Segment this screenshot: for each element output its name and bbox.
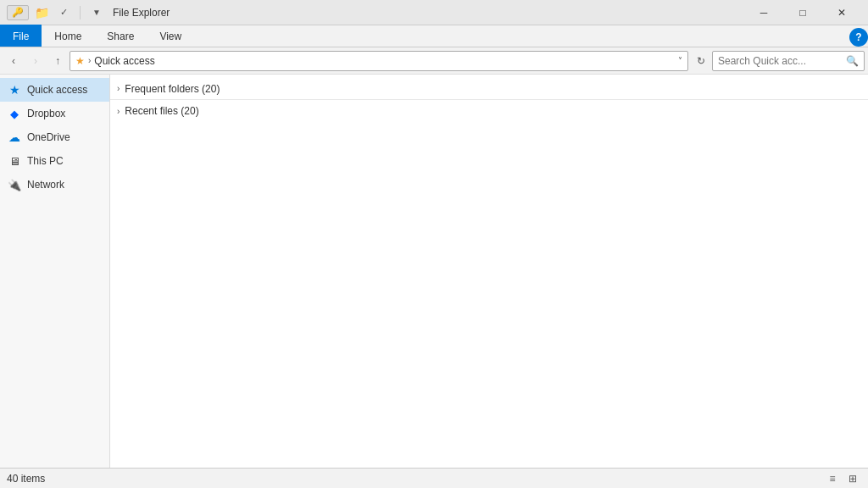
main-layout: ★ Quick access ◆ Dropbox ☁ OneDrive 🖥 Th… [0, 75, 868, 468]
sidebar: ★ Quick access ◆ Dropbox ☁ OneDrive 🖥 Th… [0, 75, 110, 468]
tab-file[interactable]: File [0, 25, 42, 47]
sidebar-item-network[interactable]: 🔌 Network [0, 173, 109, 197]
back-button[interactable]: ‹ [3, 51, 24, 71]
separator [80, 6, 81, 19]
search-icon[interactable]: 🔍 [846, 55, 859, 67]
address-dropdown-icon[interactable]: ˅ [678, 56, 682, 65]
tab-home[interactable]: Home [42, 25, 94, 47]
toolbar-row: ‹ › ↑ ★ › Quick access ˅ ↻ 🔍 [0, 47, 868, 75]
sidebar-item-label-onedrive: OneDrive [27, 131, 70, 143]
address-bar-text: Quick access [94, 55, 675, 67]
new-folder-icon[interactable]: 📁 [32, 3, 51, 22]
properties-icon[interactable]: ✓ [54, 3, 73, 22]
frequent-folders-section[interactable]: › Frequent folders (20) [110, 78, 868, 100]
onedrive-icon: ☁ [7, 130, 22, 145]
search-input[interactable] [718, 55, 843, 67]
close-button[interactable]: ✕ [822, 0, 861, 25]
sidebar-item-label-network: Network [27, 179, 64, 191]
help-button[interactable]: ? [849, 28, 868, 47]
sidebar-item-dropbox[interactable]: ◆ Dropbox [0, 102, 109, 125]
network-icon: 🔌 [7, 177, 22, 192]
content-area: › Frequent folders (20) › Recent files (… [110, 75, 868, 468]
tab-view[interactable]: View [147, 25, 194, 47]
customize-icon[interactable]: ▼ [87, 3, 106, 22]
dropbox-icon: ◆ [7, 106, 22, 121]
key-icon[interactable]: 🔑 [7, 5, 29, 20]
tab-share[interactable]: Share [94, 25, 147, 47]
sidebar-item-quick-access[interactable]: ★ Quick access [0, 78, 109, 102]
sidebar-item-onedrive[interactable]: ☁ OneDrive [0, 125, 109, 149]
frequent-folders-chevron: › [117, 84, 120, 93]
frequent-folders-title: Frequent folders (20) [125, 83, 220, 95]
view-controls: ≡ ⊞ [824, 470, 861, 487]
ribbon-tabs: File Home Share View ? [0, 25, 868, 47]
address-bar[interactable]: ★ › Quick access ˅ [70, 51, 688, 71]
recent-files-section[interactable]: › Recent files (20) [110, 100, 868, 122]
address-chevron-icon: › [88, 56, 91, 65]
title-bar-quick-access-icons: 🔑 📁 ✓ ▼ [7, 3, 106, 22]
recent-files-chevron: › [117, 107, 120, 116]
quick-access-icon: ★ [7, 82, 22, 97]
this-pc-icon: 🖥 [7, 153, 22, 169]
view-icons-button[interactable]: ⊞ [844, 470, 861, 487]
recent-files-title: Recent files (20) [125, 105, 198, 117]
sidebar-item-label-quick-access: Quick access [27, 84, 87, 96]
minimize-button[interactable]: ─ [744, 0, 783, 25]
address-star-icon: ★ [75, 55, 85, 67]
sidebar-item-label-this-pc: This PC [27, 155, 64, 167]
window-title: File Explorer [106, 7, 744, 19]
forward-button[interactable]: › [25, 51, 46, 71]
status-bar: 40 items ≡ ⊞ [0, 468, 868, 488]
sidebar-item-label-dropbox: Dropbox [27, 108, 65, 119]
up-button[interactable]: ↑ [47, 51, 68, 71]
refresh-button[interactable]: ↻ [692, 52, 710, 70]
title-bar: 🔑 📁 ✓ ▼ File Explorer ─ □ ✕ [0, 0, 868, 25]
maximize-button[interactable]: □ [783, 0, 822, 25]
window-controls: ─ □ ✕ [744, 0, 861, 25]
sidebar-item-this-pc[interactable]: 🖥 This PC [0, 149, 109, 173]
search-box[interactable]: 🔍 [712, 51, 865, 71]
view-details-button[interactable]: ≡ [824, 470, 841, 487]
item-count: 40 items [7, 473, 45, 485]
